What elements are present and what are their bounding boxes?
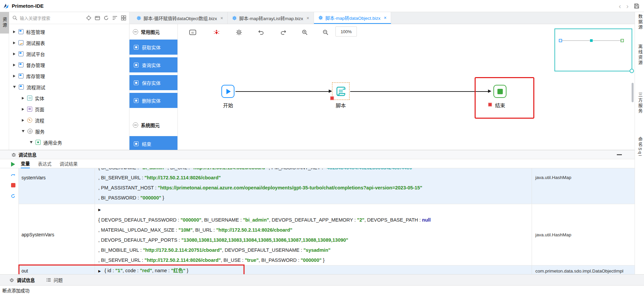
- tree-item[interactable]: 流程: [9, 115, 129, 126]
- collapse-section-icon[interactable]: [133, 122, 138, 128]
- palette-section-header[interactable]: 常用图元: [129, 27, 177, 37]
- titlebar: Primeton-IDE ‹ ›: [0, 0, 644, 12]
- minimap-resize-handle[interactable]: [630, 69, 634, 73]
- bottom-tab[interactable]: 问题: [46, 277, 63, 283]
- right-dock-tab[interactable]: 数据源: [637, 14, 643, 30]
- palette-item[interactable]: 查询实体: [129, 57, 177, 72]
- tree-item[interactable]: 测试报表: [9, 37, 129, 48]
- right-dock-tab[interactable]: 命名Sql: [637, 137, 643, 157]
- zoom-in-icon[interactable]: [301, 28, 309, 36]
- right-dock-tab[interactable]: 三方服务: [637, 93, 643, 114]
- script-node[interactable]: [332, 82, 350, 100]
- tree-item-label: 测试报表: [26, 40, 45, 46]
- tree-item[interactable]: 页面: [9, 104, 129, 115]
- editor-tab[interactable]: 脚本-循环赋值转dataObject数组.bizx×: [132, 12, 228, 24]
- resources-dock-tab[interactable]: 资源: [0, 12, 9, 34]
- nav-back-icon[interactable]: ‹: [619, 3, 621, 9]
- tree-item[interactable]: 流程测试: [9, 81, 129, 93]
- caret-icon[interactable]: [30, 141, 33, 143]
- flow-connector[interactable]: [350, 91, 488, 92]
- bottom-tab[interactable]: 调试信息: [9, 277, 35, 283]
- project-icon: [19, 84, 24, 90]
- search-icon: [12, 15, 17, 20]
- debug-tab[interactable]: 变量: [21, 159, 30, 168]
- debug-panel: 调试信息 变量表达式调试结果 systemVars{ BI_USERNAME :…: [0, 150, 635, 274]
- debug-settings-icon[interactable]: [235, 28, 243, 36]
- collapse-section-icon[interactable]: [133, 29, 138, 35]
- palette-item[interactable]: 删除实体: [129, 93, 177, 108]
- tree-item-label: 流程测试: [26, 84, 45, 91]
- caret-icon[interactable]: [13, 75, 15, 77]
- minimap-flow-preview: [555, 34, 632, 51]
- tree-item[interactable]: 测试平台: [9, 48, 129, 59]
- locate-icon[interactable]: [86, 15, 92, 21]
- tree-item[interactable]: 库存管理: [9, 70, 129, 81]
- refresh-icon[interactable]: [103, 15, 109, 21]
- caret-icon[interactable]: [13, 53, 15, 55]
- redo-icon[interactable]: [279, 28, 287, 36]
- annotation-rect: [475, 77, 534, 119]
- save-layout-icon[interactable]: [634, 3, 639, 9]
- undo-icon[interactable]: [257, 28, 265, 36]
- debug-panel-header[interactable]: 调试信息: [0, 150, 635, 159]
- tree-item-label: 实体: [35, 95, 44, 102]
- caret-icon[interactable]: [13, 64, 15, 66]
- caret-icon[interactable]: [13, 86, 16, 88]
- tab-close-icon[interactable]: ×: [220, 15, 223, 21]
- caret-icon[interactable]: [13, 42, 15, 44]
- step-over-icon[interactable]: [10, 172, 16, 178]
- tab-close-icon[interactable]: ×: [307, 15, 309, 21]
- flow-connector[interactable]: [235, 91, 329, 92]
- tree-item[interactable]: 通用业务: [9, 137, 129, 148]
- zoom-level-select[interactable]: 100%: [335, 26, 357, 37]
- debug-tab[interactable]: 表达式: [38, 159, 52, 168]
- caret-icon[interactable]: [22, 108, 24, 111]
- debug-tabs: 变量表达式调试结果: [0, 159, 635, 168]
- tree-item-label: 通用业务: [43, 139, 62, 146]
- tab-close-icon[interactable]: ×: [384, 15, 386, 20]
- debug-tab[interactable]: 调试结果: [60, 159, 78, 168]
- id-badge-icon[interactable]: ID: [189, 28, 197, 36]
- palette-item[interactable]: 保存实体: [129, 75, 177, 90]
- debug-row[interactable]: appSystemVars▶{ DEVOPS_DEFAULT_PASSWORD …: [19, 204, 635, 266]
- tree-item[interactable]: 督办管理: [9, 59, 129, 70]
- tree-item[interactable]: 服务: [9, 126, 129, 137]
- rerun-icon[interactable]: [10, 193, 16, 199]
- nav-forward-icon[interactable]: ›: [626, 3, 629, 9]
- palette-section-header[interactable]: 系统图元: [129, 120, 177, 130]
- breakpoint-marker[interactable]: [330, 96, 334, 100]
- right-dock-tab[interactable]: 离线资源: [637, 44, 643, 66]
- explorer-tree: 标签管理测试报表测试平台督办管理库存管理流程测试实体页面流程服务通用业务: [9, 24, 129, 150]
- minimap[interactable]: [554, 28, 632, 71]
- tree-item[interactable]: 标签管理: [9, 26, 129, 37]
- debug-run-icon[interactable]: [212, 28, 220, 36]
- value-line: , BI_PASSWORD : "000000" }: [98, 193, 528, 203]
- tree-item-label: 督办管理: [26, 62, 45, 68]
- titlebar-actions: ‹ ›: [619, 0, 639, 12]
- caret-icon[interactable]: [13, 31, 15, 33]
- start-node[interactable]: [221, 85, 234, 98]
- minimize-panel-icon[interactable]: [617, 154, 622, 155]
- play-glyph-icon: [226, 89, 231, 94]
- end-node[interactable]: [493, 85, 506, 98]
- canvas-scrollbar[interactable]: [632, 83, 634, 102]
- caret-icon[interactable]: [22, 97, 24, 100]
- value-line: ▶: [98, 204, 528, 215]
- editor-tab[interactable]: 脚本-map转dataObject.bizx×: [314, 12, 391, 24]
- sort-icon[interactable]: [112, 15, 118, 21]
- grid-view-icon[interactable]: [121, 15, 126, 21]
- flow-canvas[interactable]: ID 100% 开始 脚本 结束: [178, 24, 635, 150]
- palette-item[interactable]: 结束: [129, 136, 177, 150]
- search-input[interactable]: 输入关键字搜索: [20, 15, 86, 21]
- bizx-file-icon: [137, 16, 141, 20]
- palette-item[interactable]: 获取实体: [129, 40, 177, 55]
- zoom-out-icon[interactable]: [321, 28, 329, 36]
- tree-item[interactable]: 实体: [9, 93, 129, 104]
- caret-icon[interactable]: [22, 130, 24, 132]
- debug-row[interactable]: systemVars{ BI_USERNAME : "bi_admin" , B…: [19, 168, 635, 204]
- caret-icon[interactable]: [22, 119, 24, 122]
- stop-icon[interactable]: [10, 182, 16, 188]
- package-icon[interactable]: [95, 15, 100, 21]
- resume-icon[interactable]: [10, 161, 16, 167]
- editor-tab[interactable]: 脚本-map转arrayList转map.bizx×: [228, 12, 314, 24]
